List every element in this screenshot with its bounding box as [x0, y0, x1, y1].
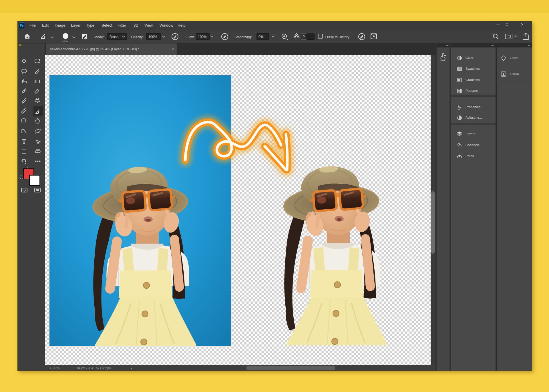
svg-text:100%: 100%: [198, 35, 207, 39]
svg-text:Brush: Brush: [110, 35, 118, 39]
svg-text:100%: 100%: [148, 35, 157, 39]
svg-text:Mode:: Mode:: [94, 35, 104, 39]
svg-text:Opacity:: Opacity:: [131, 35, 144, 39]
svg-text:0%: 0%: [258, 35, 264, 39]
svg-text:Flow:: Flow:: [186, 35, 195, 39]
svg-text:Erase to History: Erase to History: [325, 35, 349, 39]
svg-text:2000: 2000: [62, 40, 68, 43]
svg-text:Smoothing:: Smoothing:: [234, 35, 252, 39]
svg-text:P: P: [303, 35, 305, 39]
